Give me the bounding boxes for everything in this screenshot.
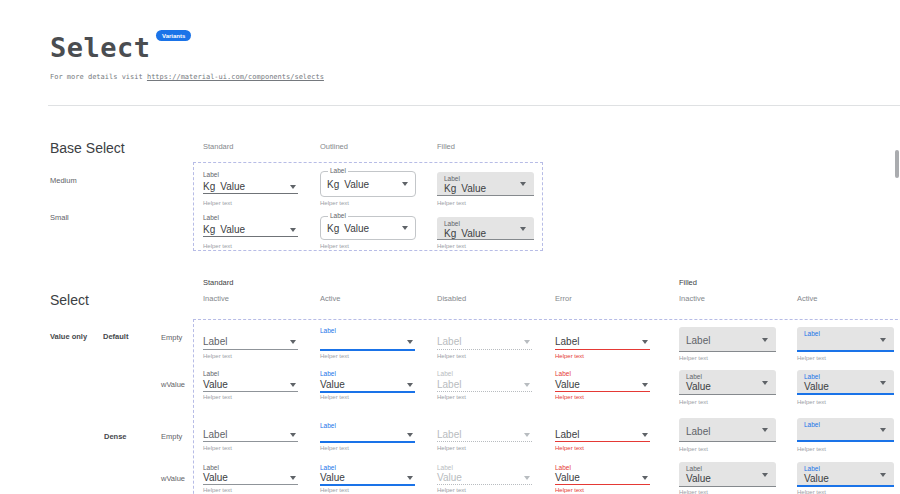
helper-text: Helper text: [320, 394, 349, 401]
select-filled-active[interactable]: LabelHelper text: [797, 327, 894, 365]
helper-text: Helper text: [437, 200, 466, 207]
scrollbar-thumb[interactable]: [895, 150, 899, 178]
dropdown-caret-icon: [402, 226, 408, 230]
filled-select-box: Label: [679, 418, 776, 442]
select-filled-inactive[interactable]: LabelHelper text: [679, 418, 776, 456]
dropdown-caret-icon: [524, 476, 530, 480]
select-value-text: Value: [220, 224, 245, 235]
row-label-empty: Empty: [161, 334, 182, 342]
select-standard-active[interactable]: LabelHelper text: [320, 327, 415, 363]
select-standard-inactive[interactable]: LabelValueHelper text: [203, 370, 298, 404]
dropdown-caret-icon: [407, 340, 413, 344]
select-value-text: Value: [461, 228, 486, 239]
filled-select-box: LabelValue: [797, 370, 894, 395]
select-filled-active[interactable]: LabelHelper text: [797, 418, 894, 456]
row-label-wvalue: wValue: [161, 381, 185, 389]
row-group-dense: Dense: [104, 433, 127, 441]
select-filled-active[interactable]: LabelValueHelper text: [797, 370, 894, 409]
select-label: Label: [437, 464, 453, 471]
select-underline: [437, 484, 532, 485]
select-label: Label: [320, 422, 336, 429]
select-value-text: Label: [203, 429, 227, 440]
select-label: Label: [804, 421, 820, 428]
helper-text: Helper text: [203, 353, 232, 360]
row-label-empty: Empty: [161, 433, 182, 441]
row-header-small: Small: [50, 214, 69, 222]
dropdown-caret-icon: [880, 381, 886, 385]
select-standard-inactive[interactable]: LabelKgValueHelper text: [203, 214, 298, 253]
select-standard-disabled[interactable]: LabelValueHelper text: [437, 464, 532, 494]
select-underline: [203, 349, 298, 350]
docs-link[interactable]: https://material-ui.com/components/selec…: [147, 73, 324, 81]
column-header-inactive: Inactive: [203, 295, 229, 303]
select-standard-active[interactable]: LabelValueHelper text: [320, 370, 415, 404]
select-filled-inactive[interactable]: LabelValueHelper text: [679, 370, 776, 409]
select-standard-inactive[interactable]: LabelValueHelper text: [203, 464, 298, 494]
select-value: Label: [437, 336, 461, 347]
select-standard-inactive[interactable]: LabelHelper text: [203, 422, 298, 455]
helper-text: Helper text: [437, 445, 466, 452]
page-title: Select: [50, 32, 151, 63]
dropdown-caret-icon: [290, 228, 296, 232]
dropdown-caret-icon: [880, 473, 886, 477]
select-label: Label: [203, 214, 219, 221]
helper-text: Helper text: [320, 445, 349, 452]
select-group-outline: [193, 319, 900, 494]
select-value: Value: [203, 472, 228, 483]
dropdown-caret-icon: [880, 428, 886, 432]
select-value-text: Label: [437, 429, 461, 440]
select-underline: [437, 441, 532, 442]
dropdown-caret-icon: [642, 340, 648, 344]
helper-text: Helper text: [555, 353, 584, 360]
select-value-text: Value: [555, 472, 580, 483]
column-header-disabled: Disabled: [437, 295, 466, 303]
helper-text: Helper text: [203, 243, 232, 250]
select-value: Value: [203, 379, 228, 390]
select-standard-disabled[interactable]: LabelHelper text: [437, 327, 532, 363]
select-value: KgValue: [327, 223, 369, 234]
select-standard-active[interactable]: LabelValueHelper text: [320, 464, 415, 494]
select-outlined-inactive[interactable]: LabelKgValueHelper text: [320, 212, 416, 253]
select-value-text: Value: [203, 379, 228, 390]
select-filled-inactive[interactable]: LabelHelper text: [679, 327, 776, 365]
column-header-active: Active: [320, 295, 340, 303]
select-filled-inactive[interactable]: LabelKgValueHelper text: [437, 217, 534, 253]
header-divider: [48, 105, 900, 106]
select-standard-inactive[interactable]: LabelKgValueHelper text: [203, 171, 298, 210]
select-standard-error[interactable]: LabelValueHelper text: [555, 464, 650, 494]
dropdown-caret-icon: [642, 476, 648, 480]
select-standard-disabled[interactable]: LabelHelper text: [437, 422, 532, 455]
base-select-heading: Base Select: [50, 140, 125, 156]
select-filled-active[interactable]: LabelValueHelper text: [797, 462, 894, 494]
select-label: Label: [320, 464, 336, 471]
dropdown-caret-icon: [407, 433, 413, 437]
helper-text: Helper text: [555, 487, 584, 494]
select-prefix: Kg: [444, 228, 456, 239]
select-standard-active[interactable]: LabelHelper text: [320, 422, 415, 455]
select-underline: [320, 391, 415, 393]
helper-text: Helper text: [555, 394, 584, 401]
select-value: Value: [804, 473, 829, 484]
select-outlined-inactive[interactable]: LabelKgValueHelper text: [320, 167, 416, 210]
select-standard-error[interactable]: LabelHelper text: [555, 422, 650, 455]
select-prefix: Kg: [444, 183, 456, 194]
row-category: Value only: [50, 333, 87, 341]
select-standard-disabled[interactable]: LabelLabelHelper text: [437, 370, 532, 404]
row-group-default: Default: [103, 333, 128, 341]
select-standard-error[interactable]: LabelHelper text: [555, 327, 650, 363]
select-filled-inactive[interactable]: LabelKgValueHelper text: [437, 172, 534, 210]
helper-text: Helper text: [797, 399, 826, 406]
select-standard-inactive[interactable]: LabelHelper text: [203, 327, 298, 363]
select-standard-error[interactable]: LabelValueHelper text: [555, 370, 650, 404]
select-filled-inactive[interactable]: LabelValueHelper text: [679, 462, 776, 494]
select-label: Label: [804, 373, 820, 380]
select-label: Label: [203, 464, 219, 471]
select-prefix: Kg: [327, 223, 339, 234]
select-label: Label: [444, 175, 460, 182]
dropdown-caret-icon: [642, 433, 648, 437]
select-prefix: Kg: [203, 224, 215, 235]
select-value: KgValue: [203, 181, 245, 192]
filled-select-box: Label: [797, 327, 894, 352]
helper-text: Helper text: [679, 399, 708, 406]
helper-text: Helper text: [203, 394, 232, 401]
